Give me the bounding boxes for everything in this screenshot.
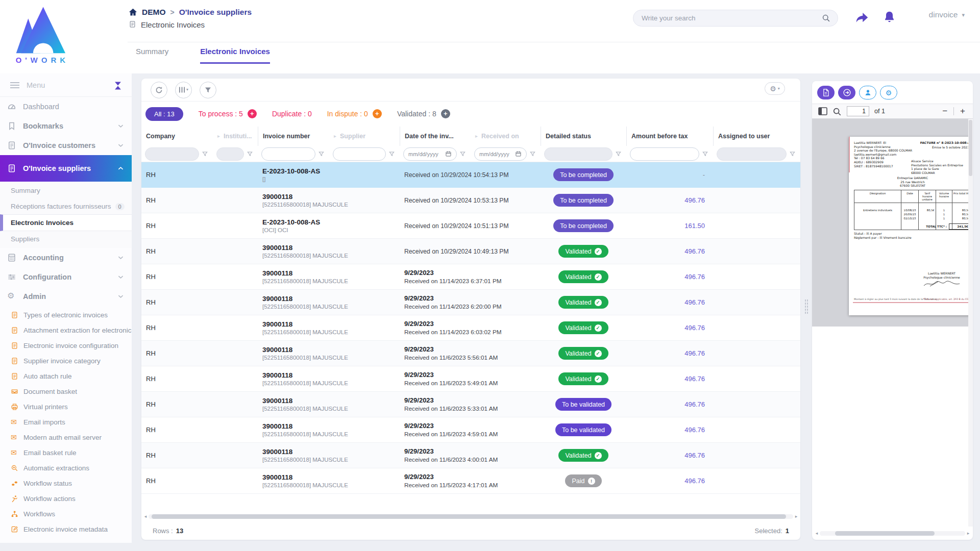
column-header-received-on[interactable]: ▸Received on [471, 127, 541, 146]
add-filter-icon[interactable]: + [441, 109, 450, 118]
sidebar-admin-item-modern-auth-email-server[interactable]: ✉Modern auth email server [0, 430, 132, 445]
scrollbar-thumb[interactable] [835, 531, 935, 536]
cell-amount-before-tax[interactable]: 496.76 [626, 426, 713, 434]
sidebar-admin-item-workflows[interactable]: Workflows [0, 506, 132, 521]
open-document-button[interactable] [838, 86, 855, 99]
column-header-invoice-number[interactable]: Invoice number [258, 127, 329, 146]
scrollbar-track[interactable] [149, 514, 793, 519]
filter-input-date-of-the-inv-[interactable]: mm/dd/yyyy [403, 147, 457, 161]
sidebar-admin-item-supplier-invoice-category[interactable]: Supplier invoice category [0, 353, 132, 368]
cell-amount-before-tax[interactable]: 496.76 [626, 324, 713, 332]
table-row[interactable]: RH39000118[52251165800018] MAJUSCULE9/29… [141, 468, 800, 494]
table-row[interactable]: RH39000118[52251165800018] MAJUSCULE9/29… [141, 366, 800, 392]
scroll-right-icon[interactable]: ▸ [965, 531, 971, 536]
table-row[interactable]: RH39000118[52251165800018] MAJUSCULE9/29… [141, 290, 800, 315]
add-filter-icon[interactable]: + [373, 109, 382, 118]
zoom-in-button[interactable]: + [959, 106, 967, 116]
column-header-instituti-[interactable]: ▸Instituti... [213, 127, 258, 146]
sidebar-item-o-invoice-suppliers[interactable]: O'Invoice suppliers [0, 155, 132, 182]
home-icon[interactable] [129, 8, 137, 16]
scrollbar-thumb[interactable] [969, 120, 972, 176]
table-row[interactable]: RH39000118[52251165800018] MAJUSCULE9/29… [141, 341, 800, 366]
status-tab-all-13[interactable]: All : 13 [145, 107, 183, 121]
filter-button[interactable] [200, 82, 216, 98]
cell-amount-before-tax[interactable]: 496.76 [626, 452, 713, 459]
panel-resize-handle[interactable] [804, 299, 808, 314]
sidebar-subitem-electronic-invoices[interactable]: Electronic Invoices [0, 214, 132, 231]
sidebar-item-dashboard[interactable]: Dashboard [0, 97, 132, 116]
status-tab-to-process-5[interactable]: To process : 5+ [199, 109, 257, 118]
cell-amount-before-tax[interactable]: 496.76 [626, 477, 713, 485]
scroll-left-icon[interactable]: ◂ [814, 531, 820, 536]
column-header-date-of-the-inv-[interactable]: Date of the inv... [400, 127, 471, 146]
table-row[interactable]: RH39000118[52251165800018] MAJUSCULERece… [141, 188, 800, 213]
user-menu[interactable]: dinvoice ▾ [929, 10, 965, 19]
search-icon[interactable] [822, 14, 830, 22]
filter-input-amount-before-tax[interactable] [630, 147, 699, 161]
pdf-vertical-scrollbar[interactable] [968, 119, 973, 527]
cell-amount-before-tax[interactable]: 496.76 [626, 349, 713, 357]
cell-amount-before-tax[interactable]: 496.76 [626, 298, 713, 306]
sidebar-admin-item-workflow-actions[interactable]: Workflow actions [0, 491, 132, 506]
sidebar-admin-item-workflow-status[interactable]: Workflow status [0, 475, 132, 491]
hamburger-icon[interactable] [10, 82, 19, 88]
zoom-out-button[interactable]: − [941, 106, 949, 116]
scrollbar-track[interactable] [820, 531, 965, 536]
sidebar-admin-item-electronic-invoice-metadata[interactable]: Electronic invoice metadata [0, 521, 132, 537]
pdf-search-icon[interactable] [832, 107, 842, 115]
scroll-right-icon[interactable]: ▸ [793, 514, 799, 519]
cell-amount-before-tax[interactable]: 496.76 [626, 400, 713, 408]
sidebar-admin-item-types-of-electronic-invoices[interactable]: Types of electronic invoices [0, 307, 132, 322]
columns-button[interactable]: ▾ [175, 82, 192, 98]
column-header-assigned-to-user[interactable]: Assigned to user [713, 127, 800, 146]
sidebar-subitem-summary[interactable]: Summary [0, 183, 132, 198]
app-logo[interactable]: O'WORK [9, 3, 127, 70]
table-row[interactable]: RHE-2023-10-008-AS[OCI] OCIReceived on 1… [141, 213, 800, 239]
status-tab-in-dispute-0[interactable]: In dispute : 0+ [327, 109, 382, 118]
cell-amount-before-tax[interactable]: 161.50 [626, 222, 713, 230]
breadcrumb-section[interactable]: O'Invoice suppliers [179, 8, 252, 17]
sidebar-admin-item-document-basket[interactable]: Document basket [0, 384, 132, 399]
cell-amount-before-tax[interactable]: 496.76 [626, 273, 713, 281]
filter-input-supplier[interactable] [333, 147, 386, 161]
table-row[interactable]: RH39000118[52251165800018] MAJUSCULE9/29… [141, 264, 800, 290]
download-pdf-button[interactable] [817, 86, 835, 99]
preview-settings-button[interactable]: ⚙ [880, 86, 897, 99]
table-settings-button[interactable]: ⚙ ▾ [765, 82, 785, 95]
sidebar-admin-item-electronic-invoice-configuration[interactable]: Electronic invoice configuration [0, 338, 132, 353]
filter-input-invoice-number[interactable] [261, 147, 315, 161]
tab-electronic-invoices[interactable]: Electronic Invoices [200, 47, 270, 64]
sidebar-admin-item-auto-attach-rule[interactable]: Auto attach rule [0, 368, 132, 384]
table-row[interactable]: RH39000118[52251165800018] MAJUSCULE9/29… [141, 392, 800, 417]
table-row[interactable]: RH39000118[52251165800018] MAJUSCULERece… [141, 239, 800, 264]
sidebar-item-o-invoice-customers[interactable]: O'Invoice customers [0, 136, 132, 155]
column-header-supplier[interactable]: ▸Supplier [329, 127, 400, 146]
table-row[interactable]: RH39000118[52251165800018] MAJUSCULE9/29… [141, 417, 800, 443]
table-row[interactable]: RH39000118[52251165800018] MAJUSCULE9/29… [141, 315, 800, 341]
add-filter-icon[interactable]: + [248, 109, 257, 118]
table-row[interactable]: RHE-2023-10-008-AS[]Received on 10/29/20… [141, 162, 800, 188]
breadcrumb-root[interactable]: DEMO [142, 8, 166, 17]
share-icon[interactable] [854, 10, 870, 26]
table-row[interactable]: RH39000118[52251165800018] MAJUSCULE9/29… [141, 443, 800, 468]
cell-amount-before-tax[interactable]: 496.76 [626, 196, 713, 204]
cell-amount-before-tax[interactable]: 496.76 [626, 247, 713, 255]
sidebar-admin-item-automatic-extractions[interactable]: Automatic extractions [0, 460, 132, 475]
column-header-amount-before-tax[interactable]: Amount before tax [626, 127, 713, 146]
column-header-detailed-status[interactable]: Detailed status [541, 127, 626, 146]
pdf-page[interactable]: Laetitia WERNERT- EIPsychologue clinicie… [849, 137, 973, 315]
bell-icon[interactable] [883, 10, 896, 26]
filter-input-received-on[interactable]: mm/dd/yyyy [474, 147, 527, 161]
sidebar-item-bookmarks[interactable]: Bookmarks [0, 116, 132, 136]
pdf-sidebar-toggle-icon[interactable] [818, 107, 827, 115]
sidebar-subitem-suppliers[interactable]: Suppliers [0, 231, 132, 247]
sidebar-item-configuration[interactable]: Configuration [0, 267, 132, 287]
tab-summary[interactable]: Summary [136, 47, 168, 64]
scroll-left-icon[interactable]: ◂ [142, 514, 149, 519]
sidebar-subitem-r-ceptions-factures-fournisseurs[interactable]: Réceptions factures fournisseurs0 [0, 198, 132, 214]
sidebar-admin-item-attachment-extraction-for-electronic-invoices[interactable]: Attachment extraction for electronic inv… [0, 322, 132, 338]
sidebar-admin-item-email-basket-rule[interactable]: ✉Email basket rule [0, 445, 132, 460]
sidebar-admin-item-virtual-printers[interactable]: Virtual printers [0, 399, 132, 414]
status-tab-duplicate-0[interactable]: Duplicate : 0 [272, 110, 312, 118]
sidebar-admin-item-email-imports[interactable]: ✉Email imports [0, 414, 132, 430]
